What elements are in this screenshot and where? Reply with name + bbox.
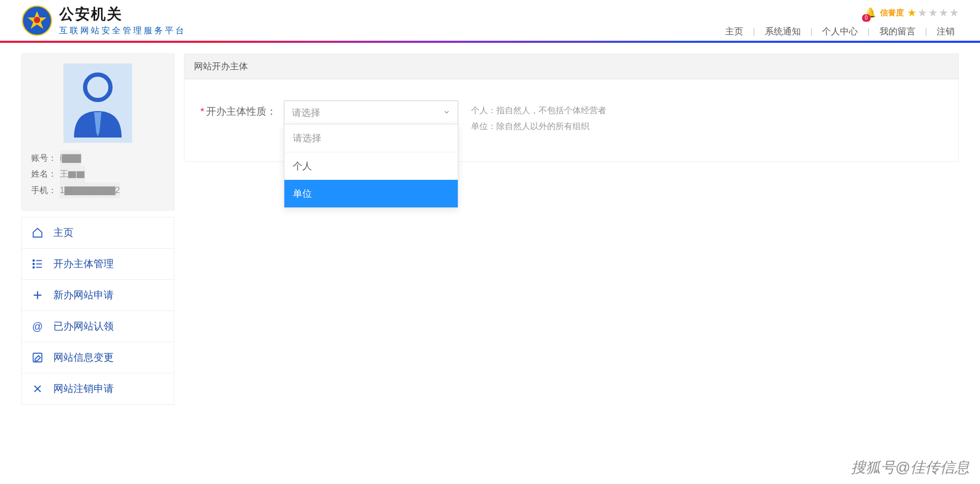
site-title: 公安机关 (59, 4, 186, 24)
menu-label: 开办主体管理 (53, 257, 114, 271)
site-subtitle: 互联网站安全管理服务平台 (59, 25, 186, 36)
nav-home[interactable]: 主页 (721, 25, 747, 38)
name-label: 姓名： (31, 166, 57, 182)
credit-label: 信誉度 (880, 8, 904, 18)
edit-icon (31, 352, 44, 363)
menu-label: 新办网站申请 (53, 288, 114, 302)
nav-profile[interactable]: 个人中心 (818, 25, 862, 38)
phone-row: 手机： 1▇▇▇▇▇▇▇▇2 (31, 182, 164, 198)
phone-value: 1▇▇▇▇▇▇▇▇2 (60, 182, 120, 198)
at-icon: @ (31, 321, 44, 333)
notification-count: 0 (862, 14, 871, 22)
page-header: 公安机关 互联网站安全管理服务平台 🔔 0 信誉度 ★ ★ ★ ★ ★ 主页 |… (0, 0, 980, 38)
name-row: 姓名： 王▇▇ (31, 166, 164, 182)
sidebar: 账号： i▇▇▇ 姓名： 王▇▇ 手机： 1▇▇▇▇▇▇▇▇2 主页 (21, 53, 174, 405)
menu-label: 已办网站认领 (53, 319, 114, 333)
svg-point-7 (33, 263, 34, 265)
account-label: 账号： (31, 150, 57, 166)
star-icon: ★ (949, 6, 959, 19)
menu-site-change[interactable]: 网站信息变更 (21, 342, 174, 373)
dropdown-option-personal[interactable]: 个人 (284, 152, 458, 180)
nav-notice[interactable]: 系统通知 (761, 25, 805, 38)
svg-point-9 (33, 267, 34, 268)
menu-new-site[interactable]: 新办网站申请 (21, 280, 174, 311)
home-icon (31, 227, 44, 239)
entity-type-select: 请选择 请选择 个人 单位 (284, 101, 458, 125)
police-badge-icon (21, 5, 53, 36)
star-icon: ★ (939, 6, 948, 19)
account-row: 账号： i▇▇▇ (31, 150, 164, 166)
star-icon: ★ (918, 6, 927, 19)
list-icon (31, 258, 44, 270)
chevron-down-icon (443, 107, 450, 118)
menu-label: 主页 (53, 226, 73, 240)
logo-text: 公安机关 互联网站安全管理服务平台 (59, 4, 186, 36)
dropdown-list: 请选择 个人 单位 (284, 124, 458, 208)
select-box[interactable]: 请选择 (284, 101, 458, 125)
avatar-wrap (31, 63, 164, 143)
form-label: *开办主体性质： (200, 101, 276, 118)
sidebar-menu: 主页 开办主体管理 新办网站申请 @ 已办网站认领 (21, 217, 174, 405)
user-card: 账号： i▇▇▇ 姓名： 王▇▇ 手机： 1▇▇▇▇▇▇▇▇2 (21, 53, 174, 211)
menu-home[interactable]: 主页 (21, 217, 174, 249)
form-row-entity-type: *开办主体性质： 请选择 请选择 个人 单位 (200, 101, 942, 140)
phone-label: 手机： (31, 182, 57, 198)
main-panel: 网站开办主体 *开办主体性质： 请选择 请选择 个人 单位 (184, 53, 959, 162)
svg-point-3 (85, 75, 110, 100)
nav-messages[interactable]: 我的留言 (875, 25, 920, 38)
menu-entity-manage[interactable]: 开办主体管理 (21, 249, 174, 280)
credit-row: 🔔 0 信誉度 ★ ★ ★ ★ ★ (864, 6, 959, 19)
panel-title: 网站开办主体 (184, 54, 958, 79)
logo-section: 公安机关 互联网站安全管理服务平台 (21, 4, 186, 36)
name-value: 王▇▇ (60, 166, 85, 182)
menu-claim-site[interactable]: @ 已办网站认领 (21, 311, 174, 342)
nav-logout[interactable]: 注销 (932, 25, 959, 38)
menu-label: 网站信息变更 (53, 351, 114, 364)
close-icon (31, 383, 44, 394)
star-icon: ★ (907, 6, 917, 19)
dropdown-option-placeholder[interactable]: 请选择 (284, 124, 458, 152)
svg-point-5 (33, 260, 34, 261)
avatar (63, 63, 132, 143)
dropdown-option-unit[interactable]: 单位 (284, 180, 458, 207)
svg-point-2 (34, 16, 40, 23)
main-container: 账号： i▇▇▇ 姓名： 王▇▇ 手机： 1▇▇▇▇▇▇▇▇2 主页 (0, 43, 980, 415)
select-value: 请选择 (292, 106, 320, 119)
account-value: i▇▇▇ (60, 150, 81, 166)
hint-line-1: 个人：指自然人，不包括个体经营者 (471, 103, 606, 118)
hint-line-2: 单位：除自然人以外的所有组织 (471, 118, 606, 134)
top-nav: 主页 | 系统通知 | 个人中心 | 我的留言 | 注销 (721, 25, 959, 38)
hint-box: 个人：指自然人，不包括个体经营者 单位：除自然人以外的所有组织 (466, 101, 612, 140)
form-area: *开办主体性质： 请选择 请选择 个人 单位 (184, 79, 958, 161)
menu-site-cancel[interactable]: 网站注销申请 (21, 373, 174, 405)
menu-label: 网站注销申请 (53, 382, 114, 396)
required-mark: * (200, 106, 204, 117)
header-right: 🔔 0 信誉度 ★ ★ ★ ★ ★ 主页 | 系统通知 | 个人中心 | 我的留… (721, 6, 959, 38)
plus-icon (31, 289, 44, 301)
notification-bell[interactable]: 🔔 0 (864, 7, 876, 19)
user-info: 账号： i▇▇▇ 姓名： 王▇▇ 手机： 1▇▇▇▇▇▇▇▇2 (31, 150, 164, 198)
star-icon: ★ (928, 6, 938, 19)
